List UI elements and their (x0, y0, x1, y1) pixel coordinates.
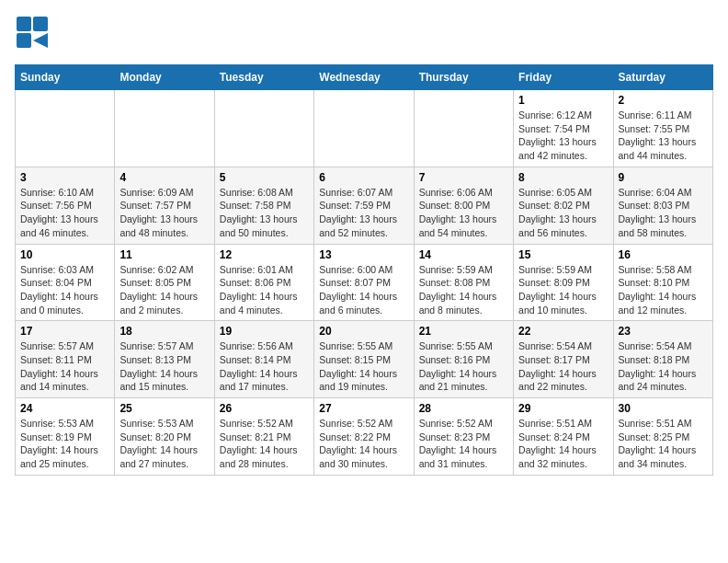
day-info: Sunrise: 5:54 AM Sunset: 8:17 PM Dayligh… (518, 339, 608, 394)
calendar-cell: 10Sunrise: 6:03 AM Sunset: 8:04 PM Dayli… (16, 244, 115, 321)
svg-rect-0 (17, 17, 31, 31)
calendar-cell: 6Sunrise: 6:07 AM Sunset: 7:59 PM Daylig… (314, 167, 414, 244)
day-info: Sunrise: 6:12 AM Sunset: 7:54 PM Dayligh… (518, 109, 608, 163)
day-number: 17 (20, 325, 109, 338)
calendar-cell: 12Sunrise: 6:01 AM Sunset: 8:06 PM Dayli… (214, 244, 313, 321)
week-row-2: 3Sunrise: 6:10 AM Sunset: 7:56 PM Daylig… (16, 167, 713, 244)
day-info: Sunrise: 5:53 AM Sunset: 8:20 PM Dayligh… (119, 417, 209, 471)
calendar-cell: 2Sunrise: 6:11 AM Sunset: 7:55 PM Daylig… (613, 90, 712, 167)
day-number: 1 (518, 94, 608, 107)
calendar-cell: 9Sunrise: 6:04 AM Sunset: 8:03 PM Daylig… (613, 167, 712, 244)
day-info: Sunrise: 5:52 AM Sunset: 8:21 PM Dayligh… (220, 417, 309, 471)
week-row-4: 17Sunrise: 5:57 AM Sunset: 8:11 PM Dayli… (16, 321, 713, 398)
calendar-cell: 30Sunrise: 5:51 AM Sunset: 8:25 PM Dayli… (613, 398, 712, 476)
day-info: Sunrise: 6:01 AM Sunset: 8:06 PM Dayligh… (220, 263, 309, 317)
day-number: 24 (20, 402, 109, 415)
day-info: Sunrise: 5:53 AM Sunset: 8:19 PM Dayligh… (20, 417, 109, 471)
day-number: 8 (518, 171, 608, 184)
weekday-header-friday: Friday (514, 65, 613, 90)
day-number: 28 (419, 402, 508, 415)
day-info: Sunrise: 5:57 AM Sunset: 8:11 PM Dayligh… (20, 339, 109, 394)
calendar-cell: 7Sunrise: 6:06 AM Sunset: 8:00 PM Daylig… (414, 167, 513, 244)
day-number: 4 (119, 171, 209, 184)
day-info: Sunrise: 6:11 AM Sunset: 7:55 PM Dayligh… (619, 109, 708, 163)
calendar-cell (214, 90, 313, 167)
calendar-cell: 3Sunrise: 6:10 AM Sunset: 7:56 PM Daylig… (16, 167, 115, 244)
calendar-cell: 28Sunrise: 5:52 AM Sunset: 8:23 PM Dayli… (414, 398, 513, 476)
day-info: Sunrise: 6:03 AM Sunset: 8:04 PM Dayligh… (20, 263, 109, 317)
day-info: Sunrise: 6:07 AM Sunset: 7:59 PM Dayligh… (319, 186, 408, 240)
day-info: Sunrise: 6:04 AM Sunset: 8:03 PM Dayligh… (619, 186, 708, 240)
day-number: 3 (20, 171, 109, 184)
day-info: Sunrise: 6:10 AM Sunset: 7:56 PM Dayligh… (20, 186, 109, 240)
day-info: Sunrise: 5:59 AM Sunset: 8:08 PM Dayligh… (419, 263, 508, 317)
calendar-cell: 24Sunrise: 5:53 AM Sunset: 8:19 PM Dayli… (16, 398, 115, 476)
day-info: Sunrise: 5:56 AM Sunset: 8:14 PM Dayligh… (220, 339, 309, 394)
day-number: 26 (220, 402, 309, 415)
weekday-header-wednesday: Wednesday (314, 65, 414, 90)
day-info: Sunrise: 5:52 AM Sunset: 8:22 PM Dayligh… (319, 417, 408, 471)
day-number: 14 (419, 248, 508, 261)
day-info: Sunrise: 6:06 AM Sunset: 8:00 PM Dayligh… (419, 186, 508, 240)
calendar-cell: 26Sunrise: 5:52 AM Sunset: 8:21 PM Dayli… (214, 398, 313, 476)
logo (15, 15, 55, 53)
day-number: 18 (119, 325, 209, 338)
calendar-cell: 21Sunrise: 5:55 AM Sunset: 8:16 PM Dayli… (414, 321, 513, 398)
day-info: Sunrise: 5:57 AM Sunset: 8:13 PM Dayligh… (119, 339, 209, 394)
day-info: Sunrise: 6:00 AM Sunset: 8:07 PM Dayligh… (319, 263, 408, 317)
calendar-cell: 22Sunrise: 5:54 AM Sunset: 8:17 PM Dayli… (514, 321, 613, 398)
week-row-3: 10Sunrise: 6:03 AM Sunset: 8:04 PM Dayli… (16, 244, 713, 321)
day-number: 9 (619, 171, 708, 184)
day-number: 19 (220, 325, 309, 338)
day-number: 25 (119, 402, 209, 415)
day-number: 21 (419, 325, 508, 338)
day-number: 20 (319, 325, 408, 338)
day-number: 10 (20, 248, 109, 261)
svg-rect-1 (33, 17, 48, 31)
calendar-cell: 23Sunrise: 5:54 AM Sunset: 8:18 PM Dayli… (613, 321, 712, 398)
svg-rect-2 (17, 33, 31, 48)
day-info: Sunrise: 5:55 AM Sunset: 8:15 PM Dayligh… (319, 339, 408, 394)
day-number: 11 (119, 248, 209, 261)
calendar-cell: 1Sunrise: 6:12 AM Sunset: 7:54 PM Daylig… (514, 90, 613, 167)
svg-marker-3 (33, 33, 48, 48)
day-number: 23 (619, 325, 708, 338)
week-row-1: 1Sunrise: 6:12 AM Sunset: 7:54 PM Daylig… (16, 90, 713, 167)
calendar-cell: 17Sunrise: 5:57 AM Sunset: 8:11 PM Dayli… (16, 321, 115, 398)
weekday-header-sunday: Sunday (16, 65, 115, 90)
day-number: 15 (518, 248, 608, 261)
calendar-cell: 27Sunrise: 5:52 AM Sunset: 8:22 PM Dayli… (314, 398, 414, 476)
day-number: 2 (619, 94, 708, 107)
day-info: Sunrise: 5:58 AM Sunset: 8:10 PM Dayligh… (619, 263, 708, 317)
calendar-cell (414, 90, 513, 167)
calendar-cell: 15Sunrise: 5:59 AM Sunset: 8:09 PM Dayli… (514, 244, 613, 321)
day-info: Sunrise: 5:51 AM Sunset: 8:24 PM Dayligh… (518, 417, 608, 471)
week-row-5: 24Sunrise: 5:53 AM Sunset: 8:19 PM Dayli… (16, 398, 713, 476)
logo-icon (15, 15, 51, 50)
day-info: Sunrise: 6:08 AM Sunset: 7:58 PM Dayligh… (220, 186, 309, 240)
calendar-cell: 16Sunrise: 5:58 AM Sunset: 8:10 PM Dayli… (613, 244, 712, 321)
day-number: 27 (319, 402, 408, 415)
calendar-cell: 5Sunrise: 6:08 AM Sunset: 7:58 PM Daylig… (214, 167, 313, 244)
calendar-cell: 29Sunrise: 5:51 AM Sunset: 8:24 PM Dayli… (514, 398, 613, 476)
weekday-header-tuesday: Tuesday (214, 65, 313, 90)
weekday-header-saturday: Saturday (613, 65, 712, 90)
calendar-cell: 19Sunrise: 5:56 AM Sunset: 8:14 PM Dayli… (214, 321, 313, 398)
calendar-cell: 20Sunrise: 5:55 AM Sunset: 8:15 PM Dayli… (314, 321, 414, 398)
day-info: Sunrise: 5:51 AM Sunset: 8:25 PM Dayligh… (619, 417, 708, 471)
calendar-cell: 13Sunrise: 6:00 AM Sunset: 8:07 PM Dayli… (314, 244, 414, 321)
day-info: Sunrise: 6:05 AM Sunset: 8:02 PM Dayligh… (518, 186, 608, 240)
day-info: Sunrise: 5:59 AM Sunset: 8:09 PM Dayligh… (518, 263, 608, 317)
day-number: 30 (619, 402, 708, 415)
day-number: 7 (419, 171, 508, 184)
day-number: 29 (518, 402, 608, 415)
day-number: 22 (518, 325, 608, 338)
day-info: Sunrise: 5:55 AM Sunset: 8:16 PM Dayligh… (419, 339, 508, 394)
weekday-header-monday: Monday (115, 65, 214, 90)
day-number: 5 (220, 171, 309, 184)
day-number: 16 (619, 248, 708, 261)
calendar-cell: 18Sunrise: 5:57 AM Sunset: 8:13 PM Dayli… (115, 321, 214, 398)
weekday-header-row: SundayMondayTuesdayWednesdayThursdayFrid… (16, 65, 713, 90)
calendar-cell (115, 90, 214, 167)
calendar-cell: 25Sunrise: 5:53 AM Sunset: 8:20 PM Dayli… (115, 398, 214, 476)
